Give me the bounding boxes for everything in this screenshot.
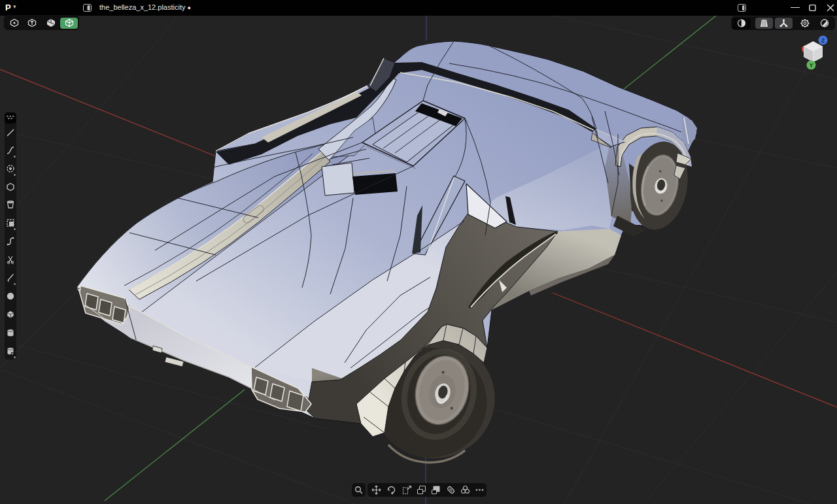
svg-text:Z: Z [821,37,825,44]
svg-text:Y: Y [810,62,813,69]
